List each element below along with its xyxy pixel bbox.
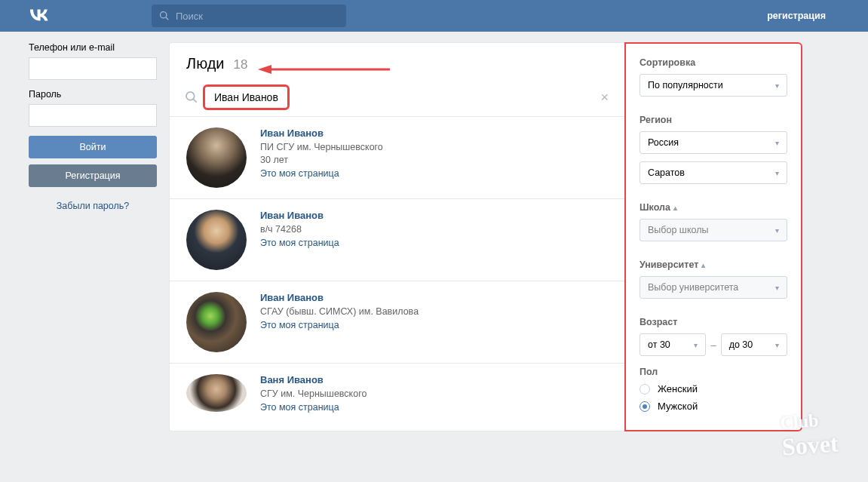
gender-label: Пол [639,367,787,377]
my-page-link[interactable]: Это моя страница [260,238,339,248]
avatar[interactable] [186,127,247,188]
university-select[interactable]: Выбор университета▾ [639,276,787,299]
chevron-down-icon: ▾ [775,139,779,147]
user-detail: в/ч 74268 [260,224,339,235]
user-detail: СГУ им. Чернышевского [260,388,367,399]
register-button[interactable]: Регистрация [29,164,157,187]
user-name-link[interactable]: Ваня Иванов [260,374,367,385]
avatar[interactable] [186,210,247,270]
my-page-link[interactable]: Это моя страница [260,320,339,330]
user-name-link[interactable]: Иван Иванов [260,292,419,303]
user-name-link[interactable]: Иван Иванов [260,210,339,221]
country-select[interactable]: Россия▾ [639,131,787,154]
top-bar: Поиск регистрация [0,0,868,32]
register-link[interactable]: регистрация [767,11,826,21]
password-label: Пароль [29,89,157,100]
user-detail: СГАУ (бывш. СИМСХ) им. Вавилова [260,306,419,317]
vk-logo[interactable] [29,6,50,26]
global-search-placeholder: Поиск [176,11,203,22]
avatar[interactable] [186,292,247,352]
my-page-link[interactable]: Это моя страница [260,402,339,413]
search-icon [159,11,170,21]
radio-icon [639,401,650,412]
forgot-password-link[interactable]: Забыли пароль? [29,201,157,211]
sort-label: Сортировка [639,57,787,68]
result-item: Ваня Иванов СГУ им. Чернышевского Это мо… [170,363,625,414]
login-form: Телефон или e-mail Пароль Войти Регистра… [29,42,157,431]
age-from-select[interactable]: от 30▾ [639,333,706,356]
university-label[interactable]: Университет [639,259,787,270]
gender-male-radio[interactable]: Мужской [639,401,787,412]
chevron-down-icon: ▾ [775,341,779,349]
sort-select[interactable]: По популярности▾ [639,74,787,97]
phone-label: Телефон или e-mail [29,42,157,53]
avatar[interactable] [186,374,247,412]
phone-input[interactable] [29,57,157,80]
user-age: 30 лет [260,155,383,165]
user-name-link[interactable]: Иван Иванов [260,127,383,139]
result-item: Иван Иванов в/ч 74268 Это моя страница [170,198,625,281]
age-label: Возраст [639,317,787,327]
search-icon [185,91,198,104]
search-input[interactable]: Иван Иванов [214,91,278,103]
chevron-down-icon: ▾ [694,341,698,349]
result-item: Иван Иванов ПИ СГУ им. Чернышевского 30 … [170,116,625,198]
clear-search-icon[interactable]: × [600,90,609,106]
page-title: Люди [186,55,225,72]
region-label: Регион [639,115,787,125]
chevron-down-icon: ▾ [775,169,779,177]
chevron-down-icon: ▾ [775,226,779,235]
user-detail: ПИ СГУ им. Чернышевского [260,142,383,152]
login-button[interactable]: Войти [29,136,157,158]
search-results-panel: Люди 18 Иван Иванов × Иван Иванов ПИ СГУ… [169,42,626,431]
age-to-select[interactable]: до 30▾ [721,333,787,356]
chevron-down-icon: ▾ [775,81,779,90]
city-select[interactable]: Саратов▾ [639,161,787,184]
dash: – [710,339,716,351]
school-label[interactable]: Школа [639,202,787,213]
chevron-down-icon: ▾ [775,284,779,292]
global-search[interactable]: Поиск [152,5,346,27]
result-item: Иван Иванов СГАУ (бывш. СИМСХ) им. Вавил… [170,281,625,363]
password-input[interactable] [29,104,157,127]
my-page-link[interactable]: Это моя страница [260,168,339,179]
school-select[interactable]: Выбор школы▾ [639,219,787,241]
gender-female-radio[interactable]: Женский [639,383,787,395]
result-count: 18 [234,57,248,72]
radio-icon [639,384,650,395]
filters-panel: Сортировка По популярности▾ Регион Росси… [624,42,802,431]
